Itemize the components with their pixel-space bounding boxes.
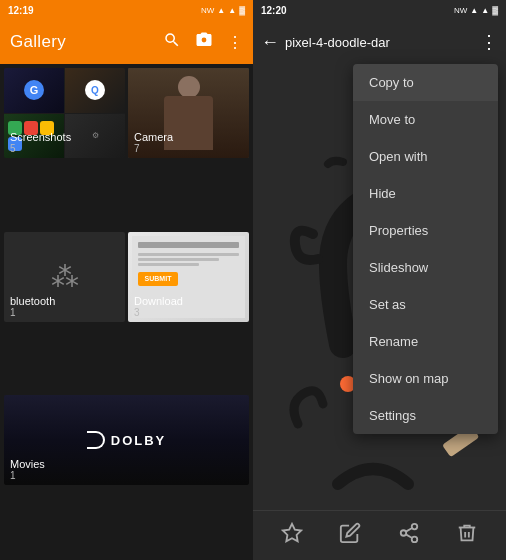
signal-icon-right: ▲ — [470, 6, 478, 15]
folder-download[interactable]: SUBMIT Download 3 — [128, 232, 249, 322]
folder-movies[interactable]: DOLBY Movies 1 — [4, 395, 249, 485]
battery-icon: ▓ — [239, 6, 245, 15]
folder-camera[interactable]: Camera 7 — [128, 68, 249, 158]
status-icons-left: NW ▲ ▲ ▓ — [201, 6, 245, 15]
wifi-icon-right: ▲ — [481, 6, 489, 15]
menu-item-slideshow[interactable]: Slideshow — [353, 249, 498, 286]
gallery-grid: G Q ⚙ Screenshots — [0, 64, 253, 560]
menu-item-hide[interactable]: Hide — [353, 175, 498, 212]
status-bar-left: 12:19 NW ▲ ▲ ▓ — [0, 0, 253, 20]
delete-button[interactable] — [448, 514, 486, 557]
menu-item-move-to[interactable]: Move to — [353, 101, 498, 138]
folder-movies-label: Movies 1 — [4, 454, 249, 485]
menu-item-show-on-map[interactable]: Show on map — [353, 360, 498, 397]
folder-bluetooth[interactable]: ⁂ bluetooth 1 — [4, 232, 125, 322]
folder-screenshots-label: Screenshots 5 — [4, 127, 125, 158]
header-action-icons: ⋮ — [163, 31, 243, 53]
menu-item-properties[interactable]: Properties — [353, 212, 498, 249]
menu-item-set-as[interactable]: Set as — [353, 286, 498, 323]
status-bar-right: 12:20 NW ▲ ▲ ▓ — [253, 0, 506, 20]
context-menu: Copy to Move to Open with Hide Propertie… — [353, 64, 498, 434]
folder-screenshots[interactable]: G Q ⚙ Screenshots — [4, 68, 125, 158]
gallery-title: Gallery — [10, 32, 66, 52]
svg-line-11 — [405, 528, 411, 532]
back-button[interactable]: ← — [261, 32, 279, 53]
edit-button[interactable] — [331, 514, 369, 557]
signal-icon: ▲ — [217, 6, 225, 15]
battery-icon-right: ▓ — [492, 6, 498, 15]
svg-point-7 — [411, 524, 417, 530]
svg-marker-6 — [283, 524, 301, 541]
more-options-icon[interactable]: ⋮ — [480, 31, 498, 53]
menu-item-settings[interactable]: Settings — [353, 397, 498, 434]
wifi-icon: ▲ — [228, 6, 236, 15]
network-icon-right: NW — [454, 6, 467, 15]
network-icon: NW — [201, 6, 214, 15]
bottom-toolbar — [253, 510, 506, 560]
folder-bluetooth-label: bluetooth 1 — [4, 291, 125, 322]
svg-point-8 — [400, 530, 406, 536]
menu-item-copy-to[interactable]: Copy to — [353, 64, 498, 101]
folder-camera-label: Camera 7 — [128, 127, 249, 158]
search-icon[interactable] — [163, 31, 181, 53]
status-time-left: 12:19 — [8, 5, 34, 16]
star-button[interactable] — [273, 514, 311, 557]
share-button[interactable] — [390, 514, 428, 557]
right-panel: 12:20 NW ▲ ▲ ▓ ← pixel-4-doodle-dar ⋮ Co… — [253, 0, 506, 560]
image-header: ← pixel-4-doodle-dar ⋮ — [253, 20, 506, 64]
left-panel: 12:19 NW ▲ ▲ ▓ Gallery ⋮ G — [0, 0, 253, 560]
menu-item-open-with[interactable]: Open with — [353, 138, 498, 175]
more-icon[interactable]: ⋮ — [227, 33, 243, 52]
svg-line-10 — [405, 534, 411, 538]
menu-item-rename[interactable]: Rename — [353, 323, 498, 360]
camera-icon[interactable] — [195, 31, 213, 53]
folder-download-label: Download 3 — [128, 291, 249, 322]
status-icons-right: NW ▲ ▲ ▓ — [454, 6, 498, 15]
image-filename: pixel-4-doodle-dar — [285, 35, 474, 50]
gallery-header: Gallery ⋮ — [0, 20, 253, 64]
svg-point-9 — [411, 537, 417, 543]
status-time-right: 12:20 — [261, 5, 287, 16]
